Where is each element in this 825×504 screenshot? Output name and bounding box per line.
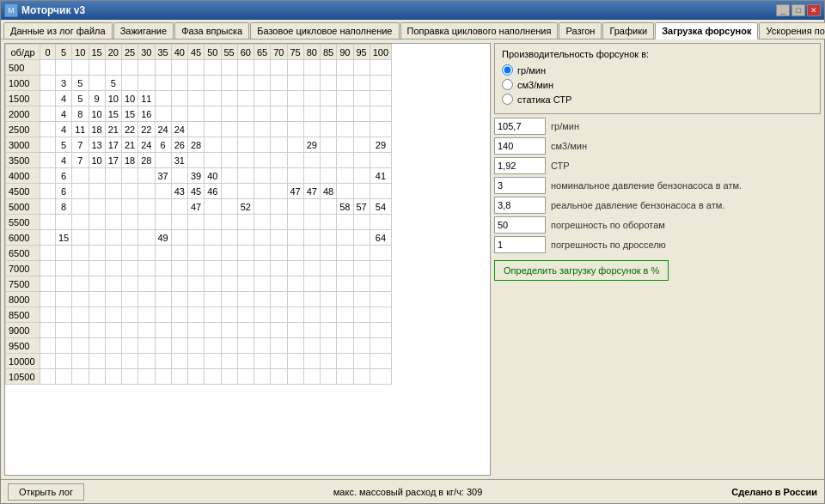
grid-cell[interactable]: [321, 230, 337, 246]
grid-cell[interactable]: [89, 323, 105, 338]
grid-cell[interactable]: [72, 338, 89, 354]
grid-cell[interactable]: 9: [89, 91, 105, 106]
grid-cell[interactable]: [221, 184, 237, 199]
grid-cell[interactable]: 57: [353, 199, 370, 215]
grid-cell[interactable]: [353, 122, 370, 137]
grid-cell[interactable]: [321, 60, 337, 76]
grid-cell[interactable]: [188, 261, 205, 276]
grid-cell[interactable]: [40, 153, 56, 168]
grid-cell[interactable]: [221, 122, 237, 137]
grid-cell[interactable]: [303, 323, 320, 338]
grid-cell[interactable]: [171, 76, 187, 91]
grid-cell[interactable]: 7: [72, 153, 89, 168]
grid-cell[interactable]: [138, 230, 155, 246]
grid-cell[interactable]: [155, 153, 171, 168]
grid-cell[interactable]: [205, 215, 221, 230]
grid-cell[interactable]: [72, 246, 89, 261]
grid-cell[interactable]: 24: [155, 122, 171, 137]
grid-cell[interactable]: [271, 76, 287, 91]
grid-cell[interactable]: [353, 307, 370, 323]
grid-cell[interactable]: [337, 338, 353, 354]
grid-cell[interactable]: 8: [72, 106, 89, 122]
grid-cell[interactable]: 5: [72, 76, 89, 91]
grid-cell[interactable]: [171, 168, 187, 184]
grid-cell[interactable]: [171, 276, 187, 292]
grid-cell[interactable]: [105, 369, 121, 385]
grid-cell[interactable]: [271, 106, 287, 122]
grid-cell[interactable]: [287, 369, 303, 385]
grid-cell[interactable]: [122, 230, 138, 246]
grid-cell[interactable]: [353, 230, 370, 246]
grid-cell[interactable]: [40, 91, 56, 106]
grid-cell[interactable]: [105, 276, 121, 292]
grid-cell[interactable]: [205, 76, 221, 91]
grid-cell[interactable]: [188, 338, 205, 354]
grid-cell[interactable]: [221, 369, 237, 385]
radio-cm3-min-input[interactable]: [502, 79, 513, 90]
grid-cell[interactable]: [237, 369, 254, 385]
grid-cell[interactable]: [40, 323, 56, 338]
tab-injector-load[interactable]: Загрузка форсунок: [655, 22, 758, 39]
grid-cell[interactable]: [287, 230, 303, 246]
grid-cell[interactable]: [155, 354, 171, 369]
grid-cell[interactable]: 47: [303, 184, 320, 199]
grid-cell[interactable]: [40, 168, 56, 184]
grid-cell[interactable]: [271, 199, 287, 215]
grid-cell[interactable]: [353, 153, 370, 168]
grid-cell[interactable]: [122, 338, 138, 354]
grid-cell[interactable]: [188, 307, 205, 323]
grid-cell[interactable]: [40, 106, 56, 122]
grid-cell[interactable]: [89, 354, 105, 369]
grid-cell[interactable]: [370, 106, 391, 122]
grid-cell[interactable]: [337, 60, 353, 76]
grid-cell[interactable]: [188, 292, 205, 307]
grid-cell[interactable]: [188, 60, 205, 76]
grid-cell[interactable]: [237, 137, 254, 153]
grid-cell[interactable]: [89, 215, 105, 230]
grid-cell[interactable]: [155, 91, 171, 106]
grid-cell[interactable]: [321, 199, 337, 215]
grid-cell[interactable]: [72, 184, 89, 199]
grid-cell[interactable]: [303, 307, 320, 323]
grid-cell[interactable]: [353, 246, 370, 261]
grid-cell[interactable]: [287, 307, 303, 323]
grid-cell[interactable]: [321, 338, 337, 354]
grid-cell[interactable]: [40, 137, 56, 153]
grid-cell[interactable]: [337, 153, 353, 168]
grid-cell[interactable]: [205, 307, 221, 323]
grid-cell[interactable]: [122, 354, 138, 369]
grid-cell[interactable]: [353, 369, 370, 385]
grid-cell[interactable]: [254, 184, 271, 199]
grid-cell[interactable]: [221, 168, 237, 184]
grid-cell[interactable]: [237, 60, 254, 76]
grid-cell[interactable]: 21: [122, 137, 138, 153]
grid-cell[interactable]: [303, 276, 320, 292]
grid-cell[interactable]: 6: [155, 137, 171, 153]
grid-cell[interactable]: [205, 276, 221, 292]
grid-cell[interactable]: 37: [155, 168, 171, 184]
grid-cell[interactable]: [105, 215, 121, 230]
grid-cell[interactable]: [72, 292, 89, 307]
grid-cell[interactable]: 17: [105, 137, 121, 153]
grid-cell[interactable]: [254, 215, 271, 230]
grid-cell[interactable]: [237, 91, 254, 106]
grid-cell[interactable]: [337, 76, 353, 91]
grid-cell[interactable]: [370, 215, 391, 230]
grid-cell[interactable]: [72, 199, 89, 215]
grid-cell[interactable]: [138, 76, 155, 91]
grid-cell[interactable]: [56, 354, 72, 369]
grid-cell[interactable]: [40, 307, 56, 323]
grid-cell[interactable]: 6: [56, 168, 72, 184]
grid-cell[interactable]: [287, 323, 303, 338]
grid-cell[interactable]: [237, 122, 254, 137]
grid-cell[interactable]: [205, 338, 221, 354]
grid-cell[interactable]: [89, 276, 105, 292]
grid-cell[interactable]: [56, 261, 72, 276]
grid-cell[interactable]: [72, 168, 89, 184]
grid-cell[interactable]: [303, 122, 320, 137]
grid-cell[interactable]: [221, 246, 237, 261]
grid-cell[interactable]: [287, 215, 303, 230]
grid-cell[interactable]: [337, 137, 353, 153]
grid-cell[interactable]: [237, 106, 254, 122]
grid-cell[interactable]: [303, 215, 320, 230]
